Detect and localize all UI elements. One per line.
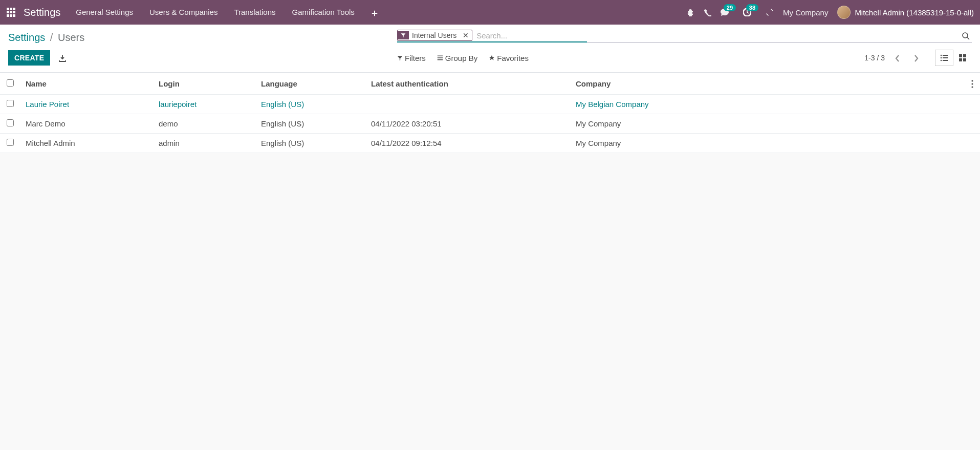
avatar [837, 6, 851, 19]
breadcrumb-root[interactable]: Settings [8, 32, 45, 43]
breadcrumb: Settings / Users [8, 30, 397, 44]
col-header-company[interactable]: Company [571, 73, 965, 95]
svg-point-14 [971, 86, 973, 88]
svg-rect-7 [943, 60, 948, 61]
import-icon[interactable] [58, 53, 67, 62]
cell-login: lauriepoiret [154, 95, 256, 114]
svg-rect-8 [959, 54, 962, 57]
bug-icon[interactable] [686, 8, 694, 16]
user-menu[interactable]: Mitchell Admin (14385319-15-0-all) [837, 6, 974, 19]
nav-right: 29 38 My Company Mitchell Admin (1438531… [686, 6, 974, 19]
col-header-language[interactable]: Language [256, 73, 366, 95]
table-row[interactable]: Laurie Poiret lauriepoiret English (US) … [0, 95, 980, 114]
cell-company: My Company [571, 134, 965, 153]
col-header-name[interactable]: Name [20, 73, 154, 95]
svg-point-1 [963, 33, 968, 38]
search-input[interactable] [475, 30, 960, 41]
cell-name: Marc Demo [20, 114, 154, 134]
search-facet: Internal Users ✕ [397, 30, 472, 41]
groupby-label: Group By [445, 54, 477, 62]
cell-name: Mitchell Admin [20, 134, 154, 153]
create-button[interactable]: CREATE [8, 50, 50, 66]
pager-next[interactable] [910, 52, 922, 64]
cell-language: English (US) [256, 114, 366, 134]
cell-auth: 04/11/2022 03:20:51 [366, 114, 571, 134]
nav-general-settings[interactable]: General Settings [76, 8, 133, 16]
svg-point-3 [941, 57, 942, 59]
search-icon[interactable] [960, 31, 972, 39]
view-list-button[interactable] [935, 50, 953, 66]
svg-rect-11 [963, 58, 966, 61]
table-row[interactable]: Mitchell Admin admin English (US) 04/11/… [0, 134, 980, 153]
company-selector[interactable]: My Company [783, 8, 828, 17]
control-panel: Settings / Users Internal Users ✕ [0, 25, 980, 73]
cell-language: English (US) [256, 134, 366, 153]
messaging-icon[interactable]: 29 [721, 8, 729, 16]
view-kanban-button[interactable] [953, 50, 972, 66]
filter-icon [398, 31, 409, 39]
nav-menu: General Settings Users & Companies Trans… [76, 8, 686, 16]
optional-columns-icon[interactable] [965, 73, 980, 95]
svg-rect-10 [959, 58, 962, 61]
col-header-auth[interactable]: Latest authentication [366, 73, 571, 95]
users-table: Name Login Language Latest authenticatio… [0, 73, 980, 153]
nav-users-companies[interactable]: Users & Companies [149, 8, 217, 16]
cell-language: English (US) [256, 95, 366, 114]
tools-icon[interactable] [766, 8, 774, 16]
cell-company: My Belgian Company [571, 95, 965, 114]
phone-icon[interactable] [704, 9, 711, 16]
cell-auth: 04/11/2022 09:12:54 [366, 134, 571, 153]
svg-rect-6 [943, 57, 948, 58]
apps-icon[interactable] [6, 7, 16, 17]
svg-point-12 [971, 80, 973, 81]
facet-remove[interactable]: ✕ [460, 31, 472, 39]
facet-label: Internal Users [409, 30, 460, 40]
svg-point-13 [971, 83, 973, 84]
cell-login: demo [154, 114, 256, 134]
users-table-wrap: Name Login Language Latest authenticatio… [0, 73, 980, 153]
select-all-checkbox[interactable] [7, 79, 14, 87]
messaging-badge: 29 [724, 4, 736, 11]
activity-badge: 38 [746, 4, 758, 11]
top-navbar: Settings General Settings Users & Compan… [0, 0, 980, 25]
row-checkbox[interactable] [7, 100, 14, 107]
favorites-button[interactable]: Favorites [489, 54, 529, 62]
breadcrumb-current: Users [58, 32, 84, 43]
row-checkbox[interactable] [7, 139, 14, 146]
cell-login: admin [154, 134, 256, 153]
search-box[interactable]: Internal Users ✕ [397, 30, 972, 42]
nav-translations[interactable]: Translations [234, 8, 275, 16]
table-row[interactable]: Marc Demo demo English (US) 04/11/2022 0… [0, 114, 980, 134]
svg-point-2 [941, 55, 942, 56]
svg-rect-5 [943, 55, 948, 56]
filters-label: Filters [405, 54, 426, 62]
col-header-login[interactable]: Login [154, 73, 256, 95]
nav-new-icon[interactable] [371, 8, 378, 16]
cell-auth [366, 95, 571, 114]
groupby-button[interactable]: Group By [437, 54, 477, 62]
app-title[interactable]: Settings [24, 7, 60, 18]
pager-prev[interactable] [892, 52, 903, 64]
pager-text[interactable]: 1-3 / 3 [864, 54, 885, 62]
cell-name: Laurie Poiret [20, 95, 154, 114]
filters-button[interactable]: Filters [397, 54, 426, 62]
nav-gamification-tools[interactable]: Gamification Tools [292, 8, 355, 16]
breadcrumb-sep: / [50, 32, 53, 43]
favorites-label: Favorites [497, 54, 529, 62]
svg-point-4 [941, 60, 942, 61]
svg-rect-9 [963, 54, 966, 57]
activity-icon[interactable]: 38 [743, 8, 751, 16]
cell-company: My Company [571, 114, 965, 134]
row-checkbox[interactable] [7, 119, 14, 126]
user-name: Mitchell Admin (14385319-15-0-all) [855, 8, 974, 17]
